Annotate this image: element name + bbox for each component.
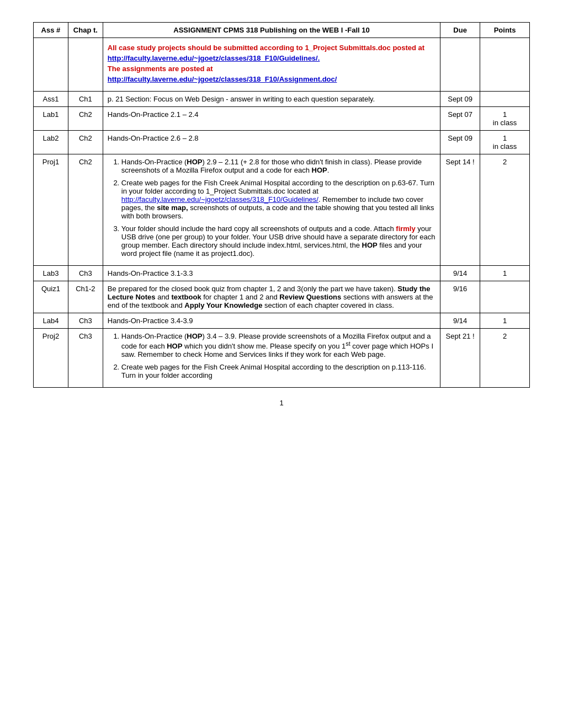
proj1-chap: Ch2 [68,154,103,266]
proj2-due: Sept 21 ! [440,329,480,388]
lab1-id: Lab1 [34,107,68,131]
quiz1-id: Quiz1 [34,281,68,313]
table-row-lab3: Lab3 Ch3 Hands-On-Practice 3.1-3.3 9/14 … [34,266,530,281]
ass1-chap: Ch1 [68,92,103,107]
notice-row: All case study projects should be submit… [34,38,530,92]
proj1-item2: Create web pages for the Fish Creek Anim… [121,179,435,220]
ass1-points [480,92,530,107]
lab2-desc: Hands-On-Practice 2.6 – 2.8 [103,131,440,154]
table-row-ass1: Ass1 Ch1 p. 21 Section: Focus on Web Des… [34,92,530,107]
lab2-due: Sept 09 [440,131,480,154]
notice-ass [34,38,68,92]
proj2-desc: Hands-On-Practice (HOP) 3.4 – 3.9. Pleas… [103,329,440,388]
assignment-table: Ass # Chap t. ASSIGNMENT CPMS 318 Publis… [33,22,530,388]
notice-due [440,38,480,92]
proj1-due: Sept 14 ! [440,154,480,266]
proj1-link[interactable]: http://faculty.laverne.edu/~jgoetz/class… [121,195,318,204]
quiz1-chap: Ch1-2 [68,281,103,313]
notice-line1b: 1_Project Submittals.doc [305,44,390,52]
lab3-points: 1 [480,266,530,281]
lab4-id: Lab4 [34,313,68,329]
ass1-desc: p. 21 Section: Focus on Web Design - ans… [103,92,440,107]
page-number: 1 [279,399,283,407]
lab1-desc: Hands-On-Practice 2.1 – 2.4 [103,107,440,131]
header-ass: Ass # [34,23,68,38]
page-container: Ass # Chap t. ASSIGNMENT CPMS 318 Publis… [33,22,530,407]
lab4-due: 9/14 [440,313,480,329]
notice-line2: The assignments are posted at [108,65,213,73]
proj1-item1: Hands-On-Practice (HOP) 2.9 – 2.11 (+ 2.… [121,158,435,174]
lab3-chap: Ch3 [68,266,103,281]
notice-line1: All case study projects should be submit… [108,44,303,52]
lab2-id: Lab2 [34,131,68,154]
notice-link1[interactable]: http://faculty.laverne.edu/~jgoetz/class… [108,54,320,62]
table-row-proj2: Proj2 Ch3 Hands-On-Practice (HOP) 3.4 – … [34,329,530,388]
header-chap: Chap t. [68,23,103,38]
quiz1-due: 9/16 [440,281,480,313]
proj2-id: Proj2 [34,329,68,388]
proj2-item2: Create web pages for the Fish Creek Anim… [121,363,435,379]
ass1-due: Sept 09 [440,92,480,107]
notice-line1c: posted at [392,44,424,52]
table-row-lab1: Lab1 Ch2 Hands-On-Practice 2.1 – 2.4 Sep… [34,107,530,131]
proj1-item3: Your folder should include the hard copy… [121,224,435,258]
header-assignment: ASSIGNMENT CPMS 318 Publishing on the WE… [103,23,440,38]
table-row-quiz1: Quiz1 Ch1-2 Be prepared for the closed b… [34,281,530,313]
proj1-points: 2 [480,154,530,266]
lab1-points: 1in class [480,107,530,131]
proj1-desc: Hands-On-Practice (HOP) 2.9 – 2.11 (+ 2.… [103,154,440,266]
lab4-points: 1 [480,313,530,329]
table-row-lab2: Lab2 Ch2 Hands-On-Practice 2.6 – 2.8 Sep… [34,131,530,154]
lab1-chap: Ch2 [68,107,103,131]
lab1-due: Sept 07 [440,107,480,131]
proj1-id: Proj1 [34,154,68,266]
quiz1-desc: Be prepared for the closed book quiz fro… [103,281,440,313]
table-row-proj1: Proj1 Ch2 Hands-On-Practice (HOP) 2.9 – … [34,154,530,266]
lab3-desc: Hands-On-Practice 3.1-3.3 [103,266,440,281]
header-points: Points [480,23,530,38]
table-row-lab4: Lab4 Ch3 Hands-On-Practice 3.4-3.9 9/14 … [34,313,530,329]
quiz1-points [480,281,530,313]
proj2-item1: Hands-On-Practice (HOP) 3.4 – 3.9. Pleas… [121,332,435,358]
lab3-due: 9/14 [440,266,480,281]
proj2-chap: Ch3 [68,329,103,388]
lab4-chap: Ch3 [68,313,103,329]
lab4-desc: Hands-On-Practice 3.4-3.9 [103,313,440,329]
notice-content: All case study projects should be submit… [103,38,440,92]
ass1-id: Ass1 [34,92,68,107]
notice-link2[interactable]: http://faculty.laverne.edu/~jgoetz/class… [108,75,337,83]
proj2-points: 2 [480,329,530,388]
lab3-id: Lab3 [34,266,68,281]
header-due: Due [440,23,480,38]
page-footer: 1 [33,399,530,407]
notice-chap [68,38,103,92]
lab2-points: 1in class [480,131,530,154]
lab2-chap: Ch2 [68,131,103,154]
notice-points [480,38,530,92]
